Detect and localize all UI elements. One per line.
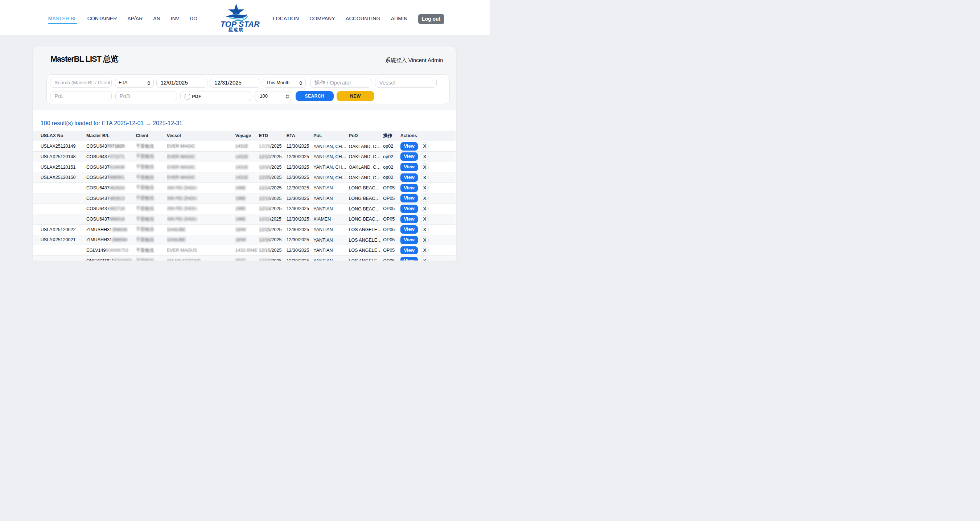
svg-text:星遠航: 星遠航 (228, 27, 244, 32)
